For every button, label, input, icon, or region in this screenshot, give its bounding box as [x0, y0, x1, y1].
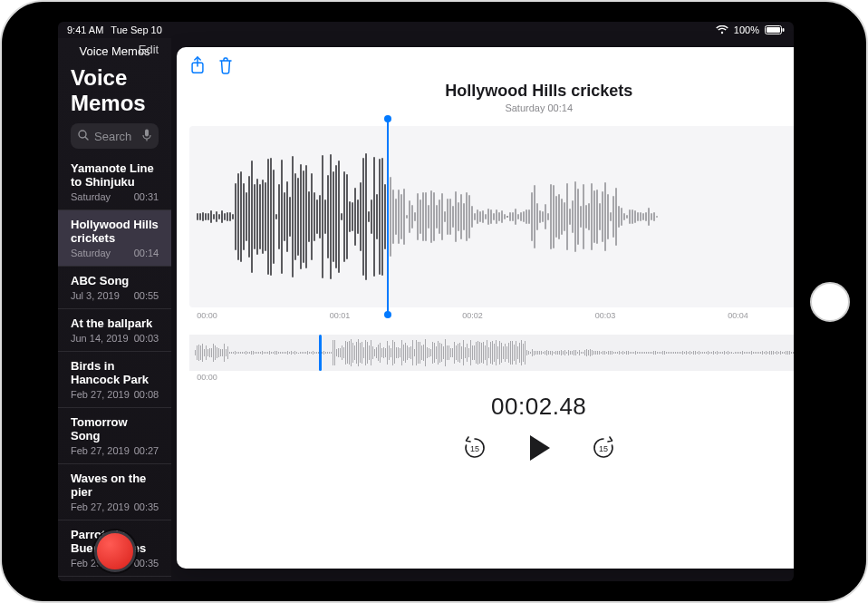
memo-item[interactable]: Tomorrow SongFeb 27, 201900:27	[58, 408, 171, 464]
memo-date: Feb 27, 2019	[71, 389, 130, 400]
memo-duration: 00:27	[134, 445, 159, 456]
share-button[interactable]	[189, 56, 206, 74]
memo-date: Feb 27, 2019	[71, 501, 130, 512]
ruler-tick: 00:03	[595, 311, 616, 320]
memo-title: Yamanote Line to Shinjuku	[71, 161, 159, 189]
overview-ruler-start: 00:00	[197, 373, 217, 382]
memo-duration: 00:08	[134, 389, 159, 400]
memo-title: Hollywood Hills crickets	[71, 218, 159, 245]
memo-duration: 00:31	[134, 191, 159, 202]
record-button[interactable]	[94, 530, 136, 572]
memo-title: Waves on the pier	[71, 472, 159, 499]
skip-back-15-button[interactable]: 15	[461, 434, 488, 462]
search-placeholder: Search	[94, 130, 131, 143]
ruler-tick: 00:00	[197, 311, 217, 320]
memo-title: Tomorrow Song	[71, 415, 159, 443]
memo-list[interactable]: Yamanote Line to ShinjukuSaturday00:31Ho…	[58, 154, 171, 581]
memo-date: Saturday	[71, 248, 111, 258]
delete-button[interactable]	[218, 56, 233, 74]
wifi-icon	[716, 25, 728, 34]
status-bar: 9:41 AM Tue Sep 10 100%	[58, 22, 794, 38]
waveform-main[interactable]	[189, 126, 794, 307]
ruler-tick: 00:02	[462, 311, 483, 320]
svg-text:15: 15	[599, 444, 608, 453]
app: Voice Memos Edit Voice Memos Search Yama…	[58, 38, 794, 581]
memo-duration: 00:14	[134, 248, 159, 258]
current-time: 00:02.48	[189, 393, 794, 421]
status-date: Tue Sep 10	[111, 24, 161, 35]
overview-ruler: 00:00 00:14	[189, 371, 794, 382]
memo-item[interactable]: Hollywood Hills cricketsSaturday00:14	[58, 210, 171, 267]
memo-item[interactable]: At the ballparkJun 14, 201900:03	[58, 309, 171, 352]
screen: 9:41 AM Tue Sep 10 100% Voice Memos Edit	[58, 22, 794, 581]
memo-date: Jun 14, 2019	[71, 333, 129, 344]
detail-title: Hollywood Hills crickets	[189, 82, 794, 101]
ruler-tick: 00:04	[728, 311, 748, 320]
memo-duration: 00:03	[134, 333, 159, 344]
memo-duration: 00:55	[134, 290, 159, 301]
svg-line-4	[85, 137, 88, 140]
memo-date: Jul 3, 2019	[71, 290, 120, 301]
sidebar-title: Voice Memos	[58, 63, 171, 123]
status-battery-text: 100%	[734, 24, 759, 35]
detail-panel: Edit Hollywood Hills crickets Saturday 0…	[177, 47, 794, 569]
search-icon	[78, 130, 89, 143]
detail-wrap: Edit Hollywood Hills crickets Saturday 0…	[171, 38, 794, 581]
memo-item[interactable]: Yamanote Line to ShinjukuSaturday00:31	[58, 154, 171, 210]
sidebar: Voice Memos Edit Voice Memos Search Yama…	[58, 38, 171, 581]
status-time: 9:41 AM	[67, 24, 103, 35]
ruler-tick: 00:01	[330, 311, 351, 320]
battery-icon	[765, 25, 785, 34]
sidebar-nav: Voice Memos Edit	[58, 38, 171, 63]
memo-item[interactable]: Waves on the pierFeb 27, 201900:35	[58, 464, 171, 520]
svg-text:15: 15	[470, 444, 479, 453]
memo-date: Feb 27, 2019	[71, 445, 130, 456]
memo-item[interactable]: ABC SongJul 3, 201900:55	[58, 267, 171, 309]
ipad-frame: 9:41 AM Tue Sep 10 100% Voice Memos Edit	[0, 0, 868, 603]
record-button-container	[58, 530, 171, 572]
svg-rect-5	[145, 129, 149, 136]
play-button[interactable]	[526, 433, 552, 462]
svg-rect-2	[783, 28, 785, 32]
detail-toolbar: Edit	[189, 54, 794, 76]
memo-title: ABC Song	[71, 274, 159, 287]
memo-title: At the ballpark	[71, 316, 159, 330]
playback-controls: 15 15	[189, 433, 794, 462]
playhead[interactable]	[387, 119, 389, 315]
overview-playhead[interactable]	[319, 335, 322, 371]
home-button[interactable]	[810, 282, 850, 322]
dictation-icon[interactable]	[142, 129, 151, 144]
memo-title: Birds in Hancock Park	[71, 359, 159, 386]
memo-date: Saturday	[71, 191, 111, 202]
detail-subtitle: Saturday 00:14	[189, 102, 794, 113]
time-ruler: 00:0000:0100:0200:0300:0400:05	[189, 307, 794, 320]
memo-item[interactable]: Birds in Hancock ParkFeb 27, 201900:08	[58, 352, 171, 408]
svg-rect-1	[767, 27, 780, 33]
search-input[interactable]: Search	[71, 123, 159, 149]
memo-duration: 00:35	[134, 501, 159, 512]
sidebar-edit-button[interactable]: Edit	[139, 43, 159, 56]
waveform-overview[interactable]	[189, 335, 794, 371]
skip-forward-15-button[interactable]: 15	[590, 434, 617, 462]
